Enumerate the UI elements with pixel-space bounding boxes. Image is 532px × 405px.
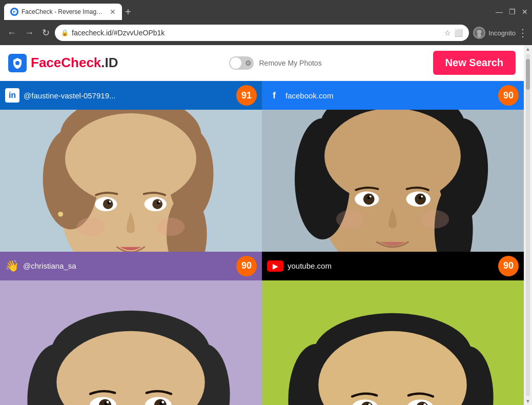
result-card-instagram[interactable]: 👋 @christiana_sa 90 (0, 252, 262, 405)
new-search-button[interactable]: New Search (433, 51, 516, 75)
svg-point-61 (161, 401, 164, 403)
browser-tab[interactable]: F FaceCheck - Reverse Image Searc... ✕ (4, 4, 122, 20)
svg-point-24 (77, 218, 105, 236)
svg-point-37 (324, 108, 461, 204)
svg-point-44 (370, 195, 372, 197)
instagram-username: @christiana_sa (23, 261, 232, 270)
svg-point-60 (107, 401, 109, 403)
new-tab-button[interactable]: + (125, 7, 131, 17)
app-header: FaceCheck.ID ⚙ Remove My Photos New Sear… (0, 45, 524, 81)
result-card-youtube[interactable]: ▶ youtube.com 90 (262, 252, 524, 405)
tab-favicon: F (10, 8, 18, 16)
linkedin-score: 91 (236, 85, 257, 106)
result-card-facebook[interactable]: f facebook.com 90 (262, 81, 524, 252)
linkedin-username: @faustine-vastel-057919... (24, 91, 232, 100)
results-grid: in @faustine-vastel-057919... 91 (0, 81, 524, 405)
tab-title: FaceCheck - Reverse Image Searc... (22, 8, 104, 15)
svg-point-5 (15, 61, 19, 65)
linkedin-icon: in (5, 88, 19, 103)
youtube-score: 90 (498, 256, 519, 276)
tab-close-button[interactable]: ✕ (110, 8, 116, 16)
minimize-button[interactable]: — (496, 8, 503, 16)
svg-point-3 (477, 30, 482, 34)
result-card-linkedin[interactable]: in @faustine-vastel-057919... 91 (0, 81, 262, 252)
wave-icon: 👋 (5, 259, 19, 273)
svg-point-4 (477, 33, 481, 37)
url-text: facecheck.id/#DzvvUeOPb1k (72, 29, 441, 37)
incognito-icon (473, 27, 485, 39)
instagram-score: 90 (236, 256, 257, 276)
back-button[interactable]: ← (4, 26, 19, 40)
facebook-icon: f (267, 88, 281, 103)
card-header-instagram: 👋 @christiana_sa 90 (0, 252, 262, 280)
incognito-label: Incognito (488, 29, 516, 37)
svg-point-18 (103, 199, 113, 209)
browser-menu-button[interactable]: ⋮ (518, 27, 528, 39)
lock-icon: 🔒 (61, 29, 69, 36)
gear-icon: ⚙ (245, 59, 252, 67)
svg-point-46 (336, 210, 364, 228)
svg-point-26 (58, 212, 63, 217)
remove-photos-toggle[interactable]: ⚙ (229, 56, 254, 70)
address-bar[interactable]: 🔒 facecheck.id/#DzvvUeOPb1k ☆ ⬜ (55, 25, 469, 41)
toggle-container: ⚙ Remove My Photos (229, 56, 321, 70)
reload-button[interactable]: ↻ (39, 25, 53, 40)
logo-shield-icon (8, 54, 27, 72)
svg-point-25 (156, 218, 185, 236)
svg-text:F: F (13, 10, 16, 14)
svg-point-19 (152, 199, 162, 209)
scrollbar[interactable]: ▲ ▼ (524, 45, 532, 405)
restore-button[interactable]: ❐ (509, 8, 516, 16)
svg-point-22 (109, 200, 111, 202)
forward-button[interactable]: → (22, 26, 37, 40)
close-window-button[interactable]: ✕ (522, 8, 528, 16)
svg-point-47 (421, 210, 449, 228)
scrollbar-down-button[interactable]: ▼ (525, 398, 530, 404)
youtube-username: youtube.com (288, 261, 494, 270)
logo-id-text: ID (105, 55, 118, 70)
facebook-score: 90 (498, 85, 519, 106)
remove-photos-label: Remove My Photos (259, 59, 321, 67)
scrollbar-thumb[interactable] (526, 59, 530, 90)
toggle-knob (230, 57, 241, 69)
svg-point-15 (65, 113, 196, 204)
youtube-icon: ▶ (267, 260, 283, 272)
split-view-icon[interactable]: ⬜ (454, 29, 463, 37)
scrollbar-up-button[interactable]: ▲ (525, 46, 530, 52)
bookmark-icon[interactable]: ☆ (444, 29, 451, 37)
card-header-facebook: f facebook.com 90 (262, 81, 524, 110)
logo-dot: . (101, 55, 105, 70)
card-header-youtube: ▶ youtube.com 90 (262, 252, 524, 280)
svg-point-45 (421, 195, 423, 197)
scrollbar-track[interactable] (526, 54, 530, 396)
card-header-linkedin: in @faustine-vastel-057919... 91 (0, 81, 262, 110)
svg-point-23 (158, 200, 160, 202)
logo-facecheck-text: FaceCheck (31, 55, 101, 70)
facebook-username: facebook.com (285, 91, 494, 100)
window-controls: — ❐ ✕ (496, 8, 528, 16)
logo[interactable]: FaceCheck.ID (8, 54, 118, 72)
